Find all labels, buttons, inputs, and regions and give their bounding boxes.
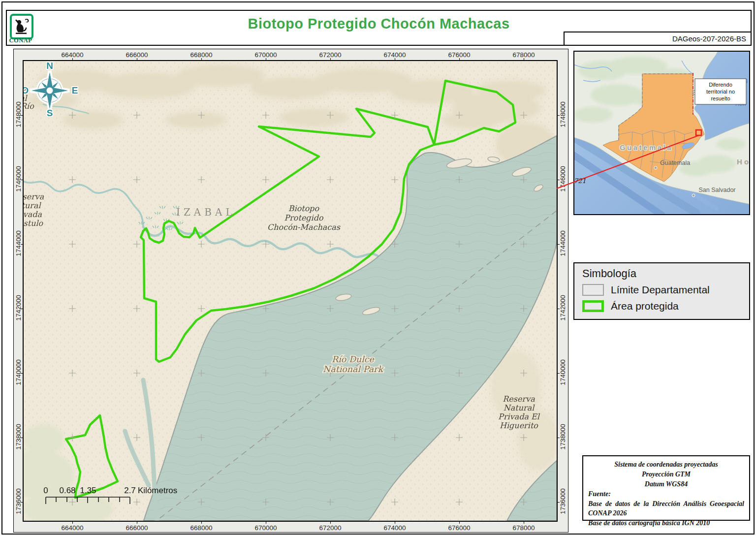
- main-map-frame: 6640006660006680006700006720006740006760…: [13, 49, 568, 533]
- northing-label: 1738000: [15, 418, 22, 456]
- projection-line-1: Sistema de coordenadas proyectadas: [588, 460, 744, 470]
- easting-label: 664000: [53, 51, 92, 59]
- northing-label: 1736000: [15, 483, 22, 520]
- source-line-2: Base de datos cartografía básica IGN 201…: [588, 518, 744, 528]
- clipped-edge-label: Río: [24, 101, 34, 111]
- higuerito-label-2: Natural: [503, 403, 535, 412]
- northing-label: 1736000: [559, 483, 567, 520]
- easting-label: 676000: [440, 524, 479, 532]
- san-salvador-dot: [692, 194, 695, 197]
- projection-line-3: Datum WGS84: [588, 479, 744, 489]
- biotopo-label-2: Protegido: [284, 213, 324, 222]
- easting-label: 668000: [182, 524, 221, 532]
- guatemala-city-dot: [654, 166, 657, 169]
- northing-label: 1738000: [559, 418, 567, 456]
- page-title: Biotopo Protegido Chocón Machacas: [7, 16, 751, 32]
- header: CONAP Biotopo Protegido Chocón Machacas …: [6, 10, 752, 46]
- easting-label: 666000: [117, 51, 157, 59]
- protected-area-swatch: [582, 300, 604, 312]
- source-box: Sistema de coordenadas proyectadas Proye…: [582, 455, 750, 521]
- clipped-edge-label: ástulo: [24, 219, 44, 228]
- clipped-edge-label: atural: [24, 201, 41, 210]
- scale-unit: Kilómetros: [138, 486, 177, 495]
- inset-map: B G Hon Diferendo territorial no resuelt…: [573, 51, 750, 215]
- san-salvador-label: San Salvador: [698, 187, 735, 193]
- department-label: IZABAL: [176, 206, 236, 218]
- easting-label: 664000: [53, 524, 92, 532]
- northing-label: 1744000: [15, 225, 22, 262]
- axis-bottom: 6640006660006680006700006720006740006760…: [24, 521, 557, 533]
- clipped-edge-label: rivada: [24, 210, 42, 219]
- compass-s: S: [46, 108, 53, 118]
- legend-item-departmental: Límite Departamental: [582, 284, 749, 296]
- rio-dulce-label-2: National Park: [322, 364, 384, 374]
- compass-n: N: [46, 61, 53, 71]
- map-canvas: IZABAL Biotopo Protegido Chocón-Machacas…: [23, 60, 558, 522]
- scale-27: 2.7: [124, 486, 136, 495]
- map-graphic: IZABAL Biotopo Protegido Chocón-Machacas…: [24, 61, 557, 521]
- legend: Simbología Límite Departamental Área pro…: [573, 262, 750, 320]
- document-code: DAGeos-207-2026-BS: [564, 32, 751, 45]
- easting-label: 678000: [504, 524, 543, 532]
- dispute-note-line-2: territorial no: [706, 89, 735, 95]
- source-line-1: Base de datos de la Dirección Análisis G…: [588, 499, 744, 519]
- northing-label: 1742000: [15, 289, 22, 327]
- legend-item-protected: Área protegida: [582, 300, 749, 312]
- easting-label: 670000: [246, 524, 285, 532]
- fuente-label: Fuente:: [588, 489, 744, 499]
- map-sheet: CONAP Biotopo Protegido Chocón Machacas …: [0, 0, 756, 536]
- easting-label: 670000: [246, 51, 285, 59]
- easting-label: 672000: [311, 524, 350, 532]
- dispute-note-line-1: Diferendo: [709, 82, 732, 88]
- higuerito-label-4: Higuerito: [500, 421, 538, 430]
- higuerito-label-3: Privada El: [498, 412, 540, 421]
- projection-line-2: Proyección GTM: [588, 470, 744, 479]
- biotopo-label-1: Biotopo: [288, 204, 319, 213]
- scale-0: 0: [43, 486, 48, 495]
- guatemala-city-label: Guatemala: [660, 159, 690, 166]
- scale-135: 1.35: [80, 486, 96, 495]
- compass-e: E: [71, 85, 78, 95]
- honduras-label-fragment: H o: [737, 158, 749, 166]
- easting-label: 674000: [375, 524, 414, 532]
- compass-o: O: [24, 85, 29, 95]
- scale-068: 0.68: [59, 486, 75, 495]
- easting-label: 666000: [117, 524, 157, 532]
- northing-label: 1748000: [15, 96, 22, 133]
- northing-label: 1746000: [15, 160, 22, 198]
- conap-wordmark: CONAP: [7, 37, 34, 44]
- legend-label-departmental: Límite Departamental: [611, 284, 710, 296]
- northing-label: 1746000: [559, 160, 567, 198]
- easting-label: 668000: [182, 51, 221, 59]
- higuerito-label-1: Reserva: [503, 394, 535, 404]
- northing-label: 1742000: [559, 289, 567, 327]
- northing-label: 1740000: [559, 354, 567, 391]
- easting-label: 672000: [311, 51, 350, 59]
- northing-label: 1748000: [559, 96, 567, 133]
- easting-label: 676000: [440, 51, 479, 59]
- easting-label: 678000: [504, 51, 543, 59]
- axis-right: 1748000174600017440001742000174000017380…: [557, 61, 569, 521]
- departmental-limit-swatch: [582, 284, 604, 296]
- country-label: Guatemala: [620, 143, 673, 152]
- dispute-note-line-3: resuelto: [711, 95, 730, 101]
- clipped-edge-label: eserva: [24, 192, 44, 201]
- northing-label: 1740000: [15, 354, 22, 391]
- legend-title: Simbología: [582, 267, 749, 280]
- biotopo-label-3: Chocón-Machacas: [267, 222, 341, 232]
- easting-label: 674000: [375, 51, 414, 59]
- northing-label: 1744000: [559, 225, 567, 262]
- legend-label-protected: Área protegida: [611, 300, 679, 312]
- rio-dulce-label-1: Río Dulce: [332, 354, 375, 364]
- axis-top: 6640006660006680006700006720006740006760…: [24, 49, 557, 61]
